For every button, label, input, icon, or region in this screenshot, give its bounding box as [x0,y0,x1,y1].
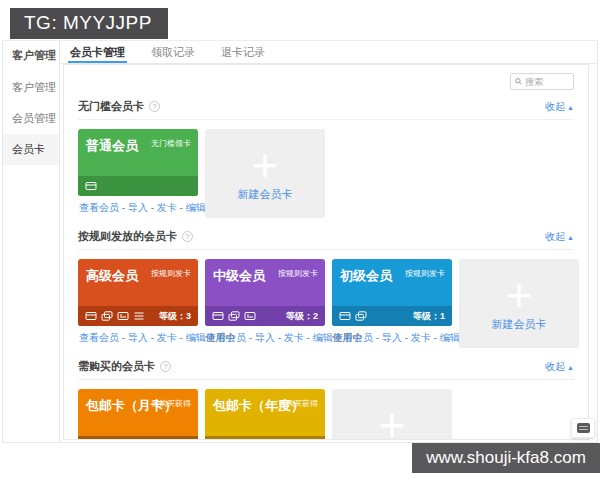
help-icon[interactable]: ? [160,361,171,372]
copy-icon [355,311,367,321]
collapse-link[interactable]: 收起 ▲ [545,360,574,374]
telegram-watermark: TG: MYYJJPP [10,8,168,39]
card-strip-icons [85,181,97,191]
card-action-导入[interactable]: 导入 [382,332,402,343]
card-action-编辑[interactable]: 编辑 [440,332,460,343]
membership-card: 包邮卡（月卡）需购买获得售价：0.01查看会员 - 发卡 - 编辑使用中 [78,389,198,440]
card-icon [85,311,97,321]
tab-领取记录[interactable]: 领取记录 [151,41,195,63]
card-strip: 等级：1 [332,306,452,326]
card-action-发卡[interactable]: 发卡 [157,202,177,213]
link-separator: - [431,332,440,343]
card-action-导入[interactable]: 导入 [128,202,148,213]
plus-icon: + [379,405,406,440]
help-icon[interactable]: ? [149,101,160,112]
card-icon [85,181,97,191]
membership-card: 中级会员按规则发卡等级：2查看会员 - 导入 - 发卡 - 编辑使用中 [205,259,325,348]
card-face-包邮卡（月卡）[interactable]: 包邮卡（月卡）需购买获得售价：0.01 [78,389,198,440]
link-separator: - [119,332,128,343]
card-strip [78,176,198,196]
card-action-links: 查看会员 - 导入 - 发卡 - 编辑 [79,331,206,345]
card-face-中级会员[interactable]: 中级会员按规则发卡等级：2 [205,259,325,326]
chat-bubble-icon [577,423,590,433]
card-action-发卡[interactable]: 发卡 [411,332,431,343]
tab-bar: 会员卡管理领取记录退卡记录 [60,41,597,64]
card-icon [339,311,351,321]
search-input[interactable] [525,77,569,87]
membership-card: 普通会员无门槛领卡查看会员 - 导入 - 发卡 - 编辑使用中 [78,129,198,218]
card-strip-text: 等级：1 [413,310,445,323]
card-actions-row: 查看会员 - 导入 - 发卡 - 编辑使用中 [205,326,325,345]
sections-container: 无门槛会员卡?收起 ▲普通会员无门槛领卡查看会员 - 导入 - 发卡 - 编辑使… [78,95,574,440]
plus-icon: + [252,145,279,185]
sidebar: 客户管理 客户管理会员管理会员卡 [3,41,60,442]
idcard-icon [244,311,256,321]
card-face-高级会员[interactable]: 高级会员按规则发卡等级：3 [78,259,198,326]
card-type-label: 按规则发卡 [151,268,191,279]
card-actions-row: 查看会员 - 导入 - 发卡 - 编辑使用中 [332,326,452,345]
card-action-编辑[interactable]: 编辑 [313,332,333,343]
collapse-link[interactable]: 收起 ▲ [545,230,574,244]
section-title: 按规则发放的会员卡 [78,229,177,244]
new-card-button[interactable]: +新建会员卡 [459,259,579,348]
card-strip-icons [339,311,367,321]
card-action-发卡[interactable]: 发卡 [157,332,177,343]
tab-退卡记录[interactable]: 退卡记录 [221,41,265,63]
card-action-查看会员[interactable]: 查看会员 [333,332,373,343]
card-strip-icons [85,311,145,321]
search-icon [515,77,522,86]
card-type-label: 无门槛领卡 [151,138,191,149]
card-action-查看会员[interactable]: 查看会员 [206,332,246,343]
card-actions-row: 查看会员 - 导入 - 发卡 - 编辑使用中 [78,326,198,345]
card-action-编辑[interactable]: 编辑 [186,202,206,213]
new-card-label: 新建会员卡 [238,187,293,202]
card-type-label: 需购买获得 [278,398,318,409]
sidebar-item-会员卡[interactable]: 会员卡 [3,134,59,165]
collapse-arrow-icon: ▲ [565,104,574,111]
new-card-label: 新建会员卡 [492,317,547,332]
sidebar-header-customer-management[interactable]: 客户管理 [3,41,59,72]
section-header: 需购买的会员卡?收起 ▲ [78,355,574,380]
cards-grid: 普通会员无门槛领卡查看会员 - 导入 - 发卡 - 编辑使用中+新建会员卡 [78,120,574,225]
link-separator: - [246,332,255,343]
app-window: 客户管理 客户管理会员管理会员卡 会员卡管理领取记录退卡记录 无门槛会员卡?收起… [2,40,598,443]
card-action-编辑[interactable]: 编辑 [186,332,206,343]
sidebar-item-客户管理[interactable]: 客户管理 [3,72,59,103]
card-actions-row: 查看会员 - 导入 - 发卡 - 编辑使用中 [78,196,198,215]
link-separator: - [275,332,284,343]
card-action-查看会员[interactable]: 查看会员 [79,202,119,213]
card-face-包邮卡（年度）[interactable]: 包邮卡（年度）需购买获得售价：0.01 [205,389,325,440]
card-strip-icons [212,311,256,321]
link-separator: - [119,202,128,213]
feedback-widget-button[interactable] [571,418,595,438]
card-action-查看会员[interactable]: 查看会员 [79,332,119,343]
new-card-button[interactable]: +新建会员卡 [205,129,325,218]
search-box[interactable] [510,73,574,90]
help-icon[interactable]: ? [182,231,193,242]
card-icon [212,311,224,321]
collapse-link[interactable]: 收起 ▲ [545,100,574,114]
card-type-label: 需购买获得 [151,398,191,409]
card-action-导入[interactable]: 导入 [255,332,275,343]
new-card-button[interactable]: +新建会员卡 [332,389,452,440]
sidebar-item-会员管理[interactable]: 会员管理 [3,103,59,134]
section-header: 无门槛会员卡?收起 ▲ [78,95,574,120]
tab-会员卡管理[interactable]: 会员卡管理 [70,41,125,63]
card-action-导入[interactable]: 导入 [128,332,148,343]
sidebar-menu: 客户管理会员管理会员卡 [3,72,59,165]
idcard-icon [117,311,129,321]
section-header-left: 需购买的会员卡? [78,359,171,374]
membership-card: 包邮卡（年度）需购买获得售价：0.01查看会员 - 发卡 - 编辑使用中 [205,389,325,440]
website-watermark: www.shouji-kfa8.com [412,443,600,473]
card-face-初级会员[interactable]: 初级会员按规则发卡等级：1 [332,259,452,326]
card-face-普通会员[interactable]: 普通会员无门槛领卡 [78,129,198,196]
section-header-left: 按规则发放的会员卡? [78,229,193,244]
link-separator: - [148,332,157,343]
card-action-发卡[interactable]: 发卡 [284,332,304,343]
section-title: 无门槛会员卡 [78,99,144,114]
link-separator: - [402,332,411,343]
link-separator: - [177,202,186,213]
section-title: 需购买的会员卡 [78,359,155,374]
membership-card: 高级会员按规则发卡等级：3查看会员 - 导入 - 发卡 - 编辑使用中 [78,259,198,348]
membership-card-panel: 无门槛会员卡?收起 ▲普通会员无门槛领卡查看会员 - 导入 - 发卡 - 编辑使… [63,64,589,440]
